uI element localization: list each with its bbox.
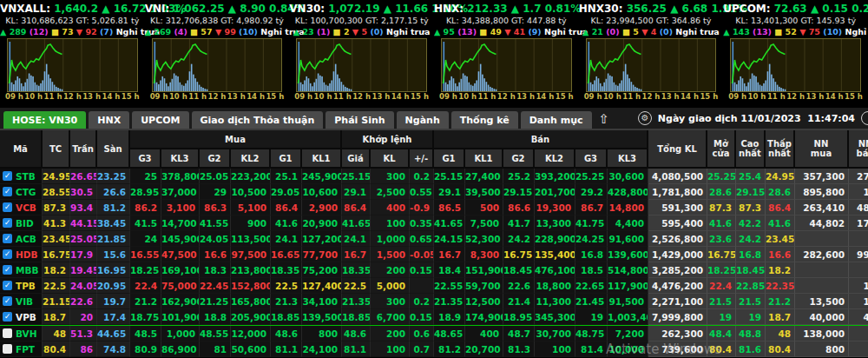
row-checkbox[interactable]: ✓ [3, 296, 12, 306]
cell-buy-g2: 86.3 [200, 200, 231, 215]
col-buy-g2: G2 [200, 149, 231, 169]
cell-low: 80.4 [766, 341, 795, 357]
table-row-VIB[interactable]: ✓VIB21.1522.619.721.2162,90021.25165,800… [0, 294, 868, 309]
cell-match-volume: 5,000 [371, 278, 410, 294]
index-intraday-chart [152, 38, 283, 92]
index-volume: 312,706,838 [166, 16, 218, 25]
table-row-STB[interactable]: ✓STB24.9526.6523.2525378,80025.05223,200… [0, 169, 868, 184]
cell-sell-g3: 86.7 [575, 200, 608, 215]
cell-match-volume: 200 [371, 326, 410, 341]
row-checkbox[interactable]: ✓ [3, 187, 12, 196]
col-high: Cao nhất [736, 130, 766, 169]
settings-gear-icon[interactable]: ⚙ [638, 111, 652, 125]
tab-hose-vn30[interactable]: HOSE: VN30 [3, 111, 86, 129]
cell-tc: 48 [43, 326, 70, 341]
up-arrow-icon: ▲ [384, 3, 391, 15]
col-floor: Sàn [97, 130, 130, 169]
cell-open: 16.75 [707, 247, 736, 262]
tab-danh-m-c[interactable]: Danh mục [521, 111, 592, 129]
table-row-VCB[interactable]: ✓VCB87.393.481.286.23,10086.35,10086.42,… [0, 200, 868, 215]
table-row-FPT[interactable]: FPT80.48674.880.986,9008150,60081.124,10… [0, 341, 868, 357]
x-axis-label: 09 h [150, 92, 168, 102]
decliners-count: 75 [809, 27, 820, 36]
col-foreign-buy: NN mua [795, 130, 849, 169]
row-checkbox[interactable]: ✓ [3, 202, 12, 212]
up-arrow-icon: ▲ [228, 3, 236, 15]
cell-buy-kl2: 12,000 [231, 326, 271, 341]
x-axis-label: 14 h [247, 92, 265, 102]
table-row-TPB[interactable]: ✓TPB22.524.0520.9522.475,00022.45152,800… [0, 278, 868, 294]
table-row-MBB[interactable]: ✓MBB18.219.4516.9518.25169,10018.3213,80… [0, 262, 868, 278]
cell-buy-g2: 18.3 [200, 262, 231, 278]
tab-giao-d-ch-th-a-thu-n[interactable]: Giao dịch Thỏa thuận [192, 111, 324, 129]
cell-buy-kl2: 50,600 [231, 341, 271, 357]
unchanged-icon: ■ [333, 27, 341, 36]
tab-upcom[interactable]: UPCOM [132, 111, 188, 129]
cell-tc: 87.3 [43, 200, 70, 215]
row-checkbox[interactable]: ✓ [3, 171, 12, 181]
table-row-CTG[interactable]: ✓CTG28.5530.526.628.9537,0002910,50029.0… [0, 184, 868, 200]
group-match: Khớp lệnh [342, 130, 434, 149]
cell-sell-g1: 21.35 [434, 294, 465, 309]
cell-buy-kl1: 2,900 [302, 200, 342, 215]
row-checkbox[interactable]: ✓ [3, 249, 12, 259]
index-change: 1.7 [523, 3, 541, 15]
cell-total-volume: 739,600 [648, 341, 707, 357]
index-value: 1,062.25 [173, 3, 224, 15]
cell-sell-g3: 29.2 [575, 184, 608, 200]
index-intraday-chart [441, 38, 572, 92]
cell-buy-kl3: 14,700 [161, 215, 200, 231]
table-row-HDB[interactable]: ✓HDB16.7517.915.616.5547,50016.697,50016… [0, 247, 868, 262]
cell-match-change: -0.9 [410, 200, 434, 215]
index-volume: 34,388,800 [462, 16, 509, 25]
row-checkbox[interactable] [3, 328, 12, 338]
tab-hnx[interactable]: HNX [89, 111, 129, 129]
tab-th-ng-k-[interactable]: Thống kê [451, 111, 518, 129]
toolbar: HOSE: VN30HNXUPCOMGiao dịch Thỏa thuậnPh… [0, 108, 868, 130]
index-name: HNX: [434, 3, 464, 15]
x-axis-label: 12 h [352, 92, 371, 102]
cell-match-volume: 200 [371, 262, 410, 278]
row-checkbox[interactable]: ✓ [3, 218, 12, 228]
scroll-up-icon[interactable]: ⇧ [599, 111, 610, 127]
circle-icon[interactable] [861, 111, 868, 125]
cell-total-volume: 591,300 [648, 200, 707, 215]
cell-sell-g2: 22.6 [503, 278, 535, 294]
index-value-traded: 364.86 tỷ [672, 16, 712, 25]
index-intraday-chart [586, 38, 717, 92]
table-row-BVH[interactable]: BVH4851.344.6548.51,00048.5512,00048.680… [0, 326, 868, 341]
tab-ph-i-sinh[interactable]: Phái Sinh [326, 111, 393, 129]
row-checkbox[interactable]: ✓ [3, 265, 12, 275]
row-checkbox[interactable]: ✓ [3, 281, 12, 290]
x-axis-label: 09 h [439, 92, 457, 102]
cell-buy-g2: 41.55 [200, 215, 231, 231]
table-row-ACB[interactable]: ✓ACB23.4525.0521.8524145,90024.05113,500… [0, 231, 868, 247]
floor-count: (9) [528, 27, 541, 36]
cell-match-volume: 300 [371, 169, 410, 184]
cell-buy-kl2: 97,500 [231, 247, 271, 262]
cell-match-change: -0.05 [410, 247, 434, 262]
cell-foreign-sell: 1, [849, 326, 868, 341]
cell-buy-kl1: 139,500 [302, 309, 342, 325]
row-checkbox[interactable]: ✓ [3, 234, 12, 243]
col-buy-kl2: KL2 [231, 149, 271, 169]
table-row-BID[interactable]: ✓BID41.344.1538.4541.514,70041.5590041.6… [0, 215, 868, 231]
cell-sell-g1: 18.4 [434, 262, 465, 278]
tab-ng-nh[interactable]: Ngành [397, 111, 449, 129]
table-row-VPB[interactable]: ✓VPB18.72017.418.75101,90018.8205,90018.… [0, 309, 868, 326]
col-buy-kl1: KL1 [302, 149, 342, 169]
decliners-icon: ▼ [215, 27, 221, 36]
cell-buy-kl1: 10,600 [302, 184, 342, 200]
row-checkbox[interactable]: ✓ [3, 312, 12, 322]
row-checkbox[interactable] [3, 344, 12, 354]
cell-buy-g1: 86.4 [271, 200, 302, 215]
stock-symbol: HDB [16, 249, 38, 260]
cell-sell-kl2: 228,900 [535, 231, 575, 247]
cell-buy-kl1: 34,100 [302, 294, 342, 309]
advancers-count: 269 [154, 27, 171, 36]
cell-tc: 24.95 [43, 169, 70, 184]
cell-sell-g3: 81.4 [575, 341, 608, 357]
advancers-count: 143 [733, 27, 750, 36]
cell-buy-kl3: 86,900 [161, 341, 200, 357]
col-buy-g3: G3 [130, 149, 161, 169]
